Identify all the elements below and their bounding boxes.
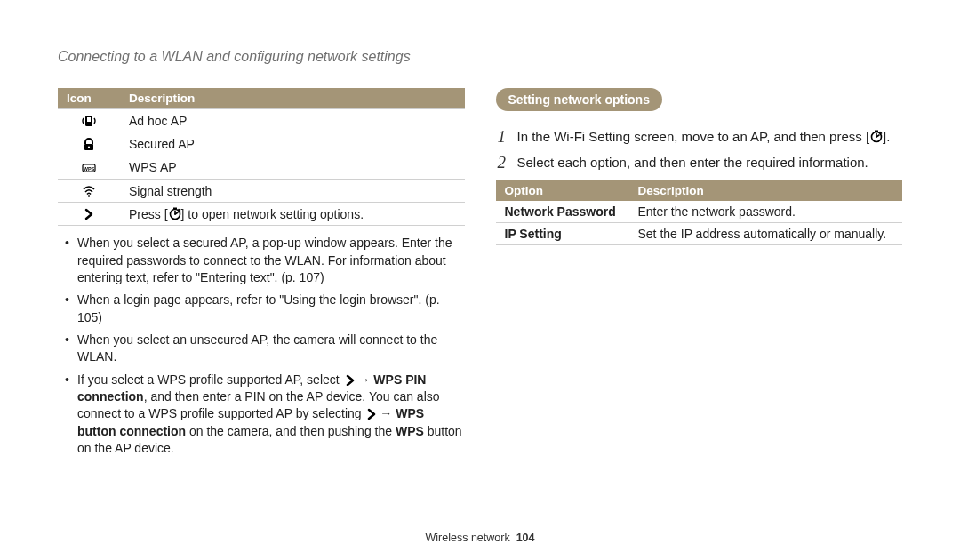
table-row: Signal strength (58, 179, 465, 202)
th-option: Option (496, 180, 629, 201)
page-number: 104 (516, 532, 535, 544)
steps-list: In the Wi-Fi Setting screen, move to an … (496, 127, 903, 172)
right-column: Setting network options In the Wi-Fi Set… (496, 88, 903, 462)
list-item: When you select a secured AP, a pop-up w… (77, 235, 465, 286)
adhoc-icon (82, 114, 96, 128)
list-item: If you select a WPS profile supported AP… (77, 372, 465, 458)
table-row: Secured AP (58, 132, 465, 156)
cell-desc: Set the IP address automatically or manu… (629, 223, 903, 245)
cell-option: IP Setting (496, 223, 629, 245)
list-item: When a login page appears, refer to "Usi… (77, 292, 465, 326)
chevron-right-icon (364, 407, 376, 420)
left-column: Icon Description Ad hoc AP Secured AP WP… (58, 88, 465, 462)
page-footer: Wireless network 104 (0, 532, 960, 544)
wps-icon (82, 161, 96, 175)
section-pill: Setting network options (496, 88, 662, 111)
th-desc: Description (629, 180, 903, 201)
chevron-right-icon (82, 207, 96, 221)
table-row: Ad hoc AP (58, 109, 465, 132)
chevron-right-icon (343, 373, 355, 386)
wifi-icon (82, 184, 96, 198)
table-row: IP Setting Set the IP address automatica… (496, 223, 903, 245)
cell-desc: WPS AP (120, 156, 465, 179)
cell-desc: Ad hoc AP (120, 109, 465, 132)
cell-desc: Enter the network password. (629, 201, 903, 223)
th-icon: Icon (58, 88, 120, 109)
th-desc: Description (120, 88, 465, 109)
timer-icon (168, 206, 181, 220)
cell-option: Network Password (496, 201, 629, 223)
lock-icon (82, 138, 96, 152)
list-item: When you select an unsecured AP, the cam… (77, 332, 465, 366)
cell-desc: Secured AP (120, 132, 465, 156)
timer-icon (869, 129, 883, 143)
cell-desc: Signal strength (120, 179, 465, 202)
table-row: Press [] to open network setting options… (58, 203, 465, 226)
options-table: Option Description Network Password Ente… (496, 180, 903, 245)
page-title: Connecting to a WLAN and configuring net… (58, 49, 902, 65)
footer-label: Wireless network (426, 532, 510, 544)
table-row: Network Password Enter the network passw… (496, 201, 903, 223)
icon-legend-table: Icon Description Ad hoc AP Secured AP WP… (58, 88, 465, 226)
table-row: WPS AP (58, 156, 465, 179)
cell-desc: Press [] to open network setting options… (120, 203, 465, 226)
step-item: Select each option, and then enter the r… (496, 153, 903, 172)
step-item: In the Wi-Fi Setting screen, move to an … (496, 127, 903, 146)
notes-list: When you select a secured AP, a pop-up w… (58, 235, 465, 457)
